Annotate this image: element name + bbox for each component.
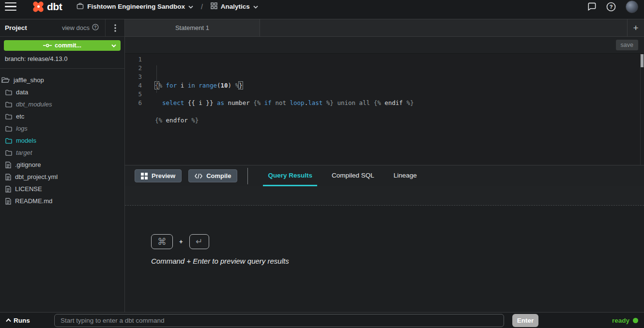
code-token: %} <box>326 99 334 106</box>
shortcut-hint: ⌘ + ↵ <box>151 234 644 249</box>
tree-item-etc[interactable]: etc <box>0 110 124 122</box>
code-token: for <box>166 82 177 89</box>
project-name: Analytics <box>221 3 250 10</box>
briefcase-icon <box>77 2 84 11</box>
sidebar: Project view docs ? commit... <box>0 19 125 312</box>
tree-item-label: LICENSE <box>15 185 42 193</box>
editor-scrollbar-track[interactable] <box>640 54 644 165</box>
code-content: {% for i in range(10) %} select {{ i }} … <box>142 55 414 165</box>
kebab-menu-icon[interactable] <box>106 24 124 32</box>
code-line-4[interactable] <box>155 107 414 116</box>
tree-item-label: models <box>16 137 36 144</box>
tree-item-readme-md[interactable]: README.md <box>0 195 124 207</box>
sidebar-divider <box>0 68 124 69</box>
tree-item-label: jaffle_shop <box>14 76 44 84</box>
chevron-up-icon <box>6 318 11 322</box>
chevron-down-icon <box>253 3 258 10</box>
tree-item-label: data <box>16 89 28 96</box>
indent-guide <box>156 65 157 93</box>
tab-query-results[interactable]: Query Results <box>263 165 317 186</box>
table-grid-icon <box>141 173 148 179</box>
tree-item-models[interactable]: models <box>0 134 124 147</box>
tree-item-dbt-project-yml[interactable]: dbt_project.yml <box>0 171 124 183</box>
code-token: if <box>264 99 272 106</box>
tab-compiled-sql[interactable]: Compiled SQL <box>327 165 379 186</box>
code-token: i <box>177 82 188 89</box>
code-token: range <box>199 82 217 89</box>
tree-item-data[interactable]: data <box>0 86 124 98</box>
sidebar-header-actions: view docs ? <box>62 19 124 36</box>
view-docs-label: view docs <box>62 24 90 31</box>
tree-item--gitignore[interactable]: .gitignore <box>0 159 124 171</box>
code-line-5[interactable]: {% endfor %} <box>155 116 414 125</box>
user-avatar[interactable] <box>626 0 638 13</box>
code-token: select <box>162 99 184 106</box>
commit-row: commit... <box>0 37 124 54</box>
results-tabs: Query ResultsCompiled SQLLineage <box>263 165 431 186</box>
project-selector[interactable]: Analytics <box>211 2 258 11</box>
tab-lineage[interactable]: Lineage <box>389 165 422 186</box>
top-bar-right: ? <box>587 0 638 13</box>
editor-scrollbar-thumb[interactable] <box>641 54 644 67</box>
dbt-logo: dbt <box>32 0 62 13</box>
account-selector[interactable]: Fishtown Engineering Sandbox <box>77 2 193 11</box>
tree-item-label: dbt_project.yml <box>15 173 58 180</box>
tree-item-label: .gitignore <box>15 161 41 168</box>
code-token: %} <box>406 99 414 106</box>
compile-button[interactable]: Compile <box>188 169 237 182</box>
app-body: Project view docs ? commit... <box>0 19 644 312</box>
folder-icon <box>5 150 12 156</box>
folder-icon <box>5 138 12 144</box>
shortcut-caption: Command + Enter to preview query results <box>151 257 644 265</box>
code-token: endif <box>381 99 407 106</box>
code-editor[interactable]: 123456 {% for i in range(10) %} select {… <box>125 53 644 165</box>
tab-bar-spacer <box>260 19 627 36</box>
code-icon <box>195 173 202 179</box>
tree-item-target[interactable]: target <box>0 147 124 159</box>
tab-statement-1[interactable]: Statement 1 <box>125 19 260 36</box>
new-tab-button[interactable]: + <box>627 19 644 36</box>
git-commit-icon <box>43 43 52 48</box>
tree-item-label: dbt_modules <box>16 101 52 108</box>
hamburger-menu-icon[interactable] <box>5 2 16 11</box>
commit-button[interactable]: commit... <box>4 40 121 51</box>
chat-icon[interactable] <box>587 2 597 11</box>
tree-item-jaffle-shop[interactable]: jaffle_shop <box>0 74 124 86</box>
preview-button[interactable]: Preview <box>135 169 182 182</box>
commit-chevron-down-icon[interactable] <box>111 44 116 47</box>
help-icon[interactable]: ? <box>606 2 616 12</box>
code-line-2[interactable] <box>155 90 414 99</box>
plus-icon: + <box>633 23 638 33</box>
view-docs-link[interactable]: view docs ? <box>62 24 105 32</box>
code-token: %} <box>191 117 199 124</box>
dbt-command-input[interactable] <box>54 314 504 327</box>
code-token <box>155 99 162 106</box>
tree-item-license[interactable]: LICENSE <box>0 183 124 195</box>
compile-button-label: Compile <box>206 172 231 179</box>
enter-button[interactable]: Enter <box>512 314 538 327</box>
runs-toggle[interactable]: Runs <box>6 317 54 324</box>
tree-item-logs[interactable]: logs <box>0 122 124 134</box>
save-button[interactable]: save <box>616 40 638 50</box>
code-line-6[interactable] <box>155 125 414 134</box>
line-number: 6 <box>125 99 142 107</box>
status-label: ready <box>612 317 629 324</box>
breadcrumb-separator: / <box>201 3 203 11</box>
file-icon <box>5 162 11 168</box>
line-number: 2 <box>125 64 142 73</box>
tree-item-dbt-modules[interactable]: dbt_modules <box>0 98 124 110</box>
file-icon <box>5 186 11 193</box>
code-token <box>162 82 166 89</box>
plus-label: + <box>179 238 183 245</box>
tree-item-label: logs <box>16 125 28 132</box>
code-token <box>370 99 374 106</box>
tree-item-label: README.md <box>15 197 52 205</box>
code-line-1[interactable]: {% for i in range(10) %} <box>155 81 414 90</box>
editor-toolbar: save <box>125 37 644 53</box>
folder-icon <box>5 114 12 119</box>
code-line-3[interactable]: select {{ i }} as number {% if not loop.… <box>155 99 414 107</box>
top-bar-left: dbt Fishtown Engineering Sandbox / Analy… <box>5 0 258 13</box>
code-token: loop <box>290 99 305 106</box>
editor-tab-bar: Statement 1 + <box>125 19 644 37</box>
code-token: in <box>188 82 195 89</box>
